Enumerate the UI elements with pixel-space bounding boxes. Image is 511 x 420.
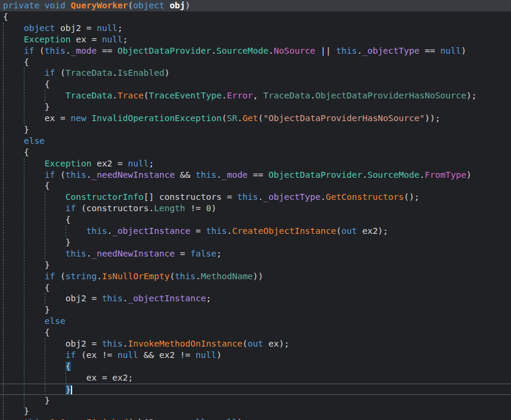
code-line[interactable]: if (this._needNewInstance && this._mode …: [0, 169, 511, 181]
code-token-keyword: this: [196, 170, 216, 180]
code-token-type: ObjectDataProvider: [268, 170, 362, 180]
code-line[interactable]: {: [0, 327, 511, 338]
code-token-plain: (: [258, 113, 264, 123]
indent-spaces: [3, 46, 24, 55]
code-line[interactable]: {: [0, 361, 511, 372]
code-token-plain: .: [97, 271, 102, 281]
code-line[interactable]: if (TraceData.IsEnabled): [0, 67, 511, 79]
indent-spaces: [3, 226, 86, 236]
code-token-plain: =: [190, 226, 206, 236]
indent-spaces: [3, 271, 45, 281]
code-token-keyword: if: [66, 350, 76, 360]
indent-spaces: [3, 373, 86, 382]
code-token-plain: }: [66, 237, 71, 247]
code-editor[interactable]: private void QueryWorker(object obj){ ob…: [0, 0, 511, 420]
code-token-field: _objectInstance: [112, 226, 190, 236]
indent-spaces: [3, 170, 45, 180]
code-token-type: InvalidOperationException: [91, 113, 221, 123]
code-line[interactable]: {: [0, 214, 511, 226]
code-line[interactable]: }: [0, 237, 511, 248]
code-token-keyword: this: [24, 418, 45, 420]
code-token-plain: ));: [425, 113, 440, 123]
code-line[interactable]: {: [0, 180, 511, 192]
code-token-keyword: this: [102, 294, 123, 303]
code-token-member: IsEnabled: [117, 68, 165, 78]
code-token-plain: ;: [123, 35, 128, 44]
code-token-field: _objectType: [362, 46, 419, 55]
code-token-plain: .: [112, 91, 117, 100]
code-token-plain: obj2 =: [55, 23, 97, 33]
code-token-keyword: this: [45, 46, 66, 55]
code-line[interactable]: }: [0, 304, 511, 316]
code-token-keyword: this: [175, 271, 196, 281]
code-token-plain: .: [268, 46, 274, 55]
code-token-plain: }: [45, 396, 50, 405]
indent-spaces: [3, 328, 45, 337]
code-token-plain: .: [258, 192, 264, 202]
code-token-method: Get: [243, 113, 258, 123]
code-token-type: SourceMode: [216, 46, 268, 55]
code-token-keyword: null: [196, 350, 216, 360]
indent-spaces: [3, 79, 45, 89]
code-line[interactable]: {: [0, 147, 511, 158]
code-line[interactable]: {: [0, 79, 511, 90]
code-line[interactable]: ConstructorInfo[] constructors = this._o…: [0, 192, 511, 203]
code-line[interactable]: }: [0, 124, 511, 135]
code-line[interactable]: if (string.IsNullOrEmpty(this.MethodName…: [0, 271, 511, 282]
code-token-plain: ;: [148, 159, 154, 168]
indent-spaces: [3, 249, 66, 258]
code-line[interactable]: object obj2 = null;: [0, 23, 511, 34]
code-token-plain: ): [466, 170, 472, 180]
indent-spaces: [3, 125, 24, 134]
code-token-plain: ): [211, 203, 216, 213]
code-token-plain: }: [24, 406, 29, 416]
code-token-plain: ex2 =: [91, 159, 128, 168]
code-token-plain: {: [45, 328, 50, 337]
code-line[interactable]: private void QueryWorker(object obj): [0, 0, 511, 11]
code-token-method: IsNullOrEmpty: [102, 271, 170, 281]
code-token-plain: && ex2 !=: [138, 350, 196, 360]
code-token-type: TraceEventType: [148, 91, 221, 100]
code-line[interactable]: }: [0, 395, 511, 406]
code-line[interactable]: ex = ex2;: [0, 372, 511, 384]
code-token-keyword: string: [66, 271, 97, 281]
indent-spaces: [3, 260, 45, 270]
code-line[interactable]: }: [0, 406, 511, 417]
code-line[interactable]: else: [0, 135, 511, 147]
indent-spaces: [3, 102, 45, 112]
text-caret: [71, 385, 72, 394]
code-line[interactable]: obj2 = this.InvokeMethodOnInstance(out e…: [0, 338, 511, 350]
indent-spaces: [3, 113, 45, 123]
code-line[interactable]: }: [0, 260, 511, 271]
code-line[interactable]: this._objectInstance = this.CreateObject…: [0, 226, 511, 237]
code-token-plain: {: [45, 181, 50, 190]
code-line[interactable]: {: [0, 11, 511, 23]
code-token-field: _objectInstance: [128, 294, 206, 303]
code-line[interactable]: if (this._mode == ObjectDataProvider.Sou…: [0, 45, 511, 57]
code-line[interactable]: ex = new InvalidOperationException(SR.Ge…: [0, 113, 511, 124]
code-line[interactable]: {: [0, 57, 511, 68]
code-line[interactable]: Exception ex2 = null;: [0, 158, 511, 169]
code-line[interactable]: else: [0, 316, 511, 327]
code-line[interactable]: if (constructors.Length != 0): [0, 203, 511, 214]
code-line[interactable]: }: [0, 384, 511, 395]
code-line[interactable]: TraceData.Trace(TraceEventType.Error, Tr…: [0, 90, 511, 101]
code-line[interactable]: this.OnQueryFinished(obj2, ex, null, nul…: [0, 417, 511, 420]
code-token-plain: {: [24, 57, 29, 67]
code-token-keyword: this: [102, 339, 123, 348]
code-token-member: TraceData: [264, 91, 311, 100]
code-line[interactable]: obj2 = this._objectInstance;: [0, 293, 511, 304]
code-line[interactable]: this._needNewInstance = false;: [0, 248, 511, 260]
indent-spaces: [3, 215, 66, 224]
code-token-plain: {: [45, 79, 50, 89]
code-line[interactable]: if (ex != null && ex2 != null): [0, 350, 511, 361]
code-line[interactable]: {: [0, 282, 511, 294]
code-token-type: SourceMode: [367, 170, 419, 180]
code-line[interactable]: Exception ex = null;: [0, 34, 511, 45]
indent-spaces: [3, 159, 45, 168]
code-token-plain: (: [55, 271, 65, 281]
code-token-method: InvokeMethodOnInstance: [128, 339, 243, 348]
code-token-keyword: this: [86, 226, 107, 236]
code-token-type: ObjectDataProvider: [117, 46, 211, 55]
code-line[interactable]: }: [0, 101, 511, 113]
